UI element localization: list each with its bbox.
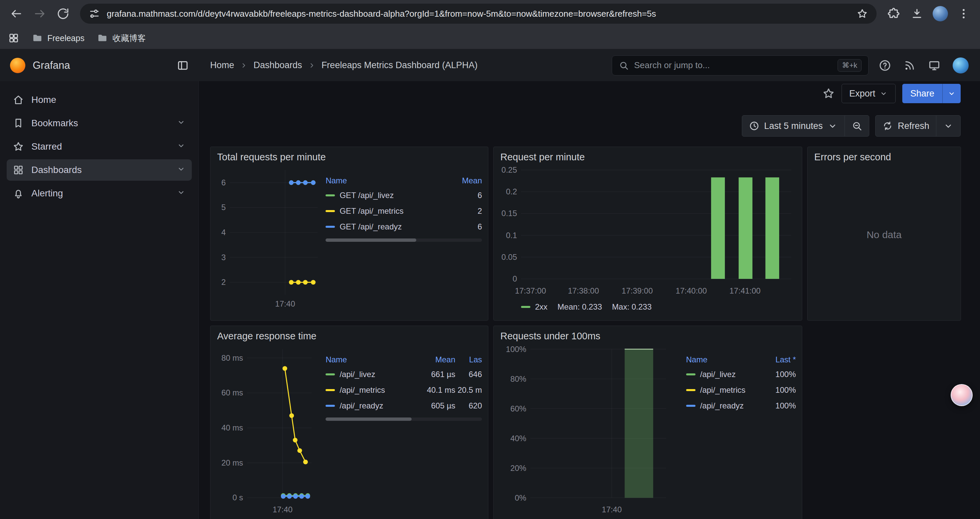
refresh-group: Refresh: [875, 115, 961, 137]
svg-text:17:40: 17:40: [602, 505, 622, 514]
search-input[interactable]: Search or jump to... ⌘+k: [612, 56, 869, 75]
header-icons: [869, 57, 980, 73]
panel-request-per-minute: Request per minute 00.050.10.150.20.2517…: [493, 147, 802, 321]
user-avatar[interactable]: [953, 57, 969, 73]
time-range-picker[interactable]: Last 5 minutes: [742, 115, 845, 136]
time-range-label: Last 5 minutes: [764, 121, 823, 131]
legend-mean: Mean: 0.233: [557, 302, 602, 311]
search-icon: [619, 61, 629, 70]
zoom-out-button[interactable]: [845, 115, 869, 136]
tv-mode-icon[interactable]: [928, 59, 941, 72]
series-color-dash: [326, 226, 335, 228]
brand-name: Grafana: [33, 59, 70, 72]
panel-title[interactable]: Total requests per minute: [210, 147, 488, 164]
share-menu-chevron-icon[interactable]: [942, 84, 961, 103]
breadcrumb-dashboards[interactable]: Dashboards: [253, 60, 302, 70]
legend-header-mean[interactable]: Mean: [405, 355, 455, 364]
svg-text:0.2: 0.2: [506, 187, 517, 196]
panel-title[interactable]: Requests under 100ms: [494, 326, 802, 344]
panel-title[interactable]: Average response time: [210, 326, 488, 344]
downloads-icon[interactable]: [907, 3, 927, 24]
svg-text:20 ms: 20 ms: [221, 458, 243, 467]
legend-row[interactable]: /api/_readyz 100%: [686, 398, 796, 414]
grafana-logo-icon[interactable]: [10, 58, 25, 73]
legend-scrollbar[interactable]: [326, 238, 482, 242]
profile-avatar[interactable]: [930, 3, 951, 24]
series-color-dash: [326, 210, 335, 212]
favorite-star-icon[interactable]: [822, 87, 835, 100]
legend-scrollbar[interactable]: [326, 417, 482, 421]
series-color-dash: [326, 374, 335, 375]
sidebar-item-label: Dashboards: [31, 164, 82, 175]
floating-assistant-avatar[interactable]: [951, 384, 973, 406]
chevron-down-icon[interactable]: [177, 188, 186, 200]
sidebar-toggle-icon[interactable]: [177, 59, 189, 72]
bookmark-icon: [13, 118, 24, 129]
legend-item-2xx[interactable]: 2xx: [521, 302, 547, 311]
refresh-label: Refresh: [897, 121, 929, 131]
bookmark-folder-blogs[interactable]: 收藏博客: [97, 33, 146, 44]
bookmark-star-icon[interactable]: [857, 8, 868, 19]
svg-text:100%: 100%: [506, 345, 527, 354]
legend-max: Max: 0.233: [612, 302, 652, 311]
panel-title[interactable]: Errors per second: [808, 147, 961, 164]
chevron-down-icon[interactable]: [177, 118, 186, 129]
total-requests-chart[interactable]: 2345617:40: [216, 164, 326, 311]
reload-button[interactable]: [53, 3, 73, 24]
legend-header-name[interactable]: Name: [326, 176, 445, 185]
svg-text:20%: 20%: [510, 463, 527, 473]
browser-menu-icon[interactable]: [953, 3, 974, 24]
chevron-down-icon[interactable]: [177, 141, 186, 153]
export-button[interactable]: Export: [842, 84, 896, 103]
legend-row[interactable]: GET /api/_metrics 2: [326, 203, 482, 219]
chevron-down-icon[interactable]: [177, 164, 186, 176]
svg-text:17:37:00: 17:37:00: [515, 286, 546, 295]
url-bar[interactable]: grafana.mathmast.com/d/deytv4rwavabkb/fr…: [80, 4, 877, 24]
url-text: grafana.mathmast.com/d/deytv4rwavabkb/fr…: [107, 9, 850, 19]
legend-row[interactable]: GET /api/_readyz 6: [326, 219, 482, 235]
legend-header-mean[interactable]: Mean: [445, 176, 482, 185]
sidebar-item-dashboards[interactable]: Dashboards: [7, 159, 192, 181]
series-color-dash: [521, 306, 530, 308]
legend-header-name[interactable]: Name: [686, 355, 759, 364]
legend-row[interactable]: /api/_metrics 40.1 ms 20.5 m: [326, 382, 482, 398]
refresh-button[interactable]: Refresh: [876, 115, 936, 136]
legend-row[interactable]: /api/_readyz 605 µs 620: [326, 398, 482, 414]
request-per-minute-chart[interactable]: 00.050.10.150.20.2517:37:0017:38:0017:39…: [500, 164, 797, 298]
sidebar-item-home[interactable]: Home: [7, 89, 192, 110]
legend-header-name[interactable]: Name: [326, 355, 405, 364]
average-response-time-chart[interactable]: 0 s20 ms40 ms60 ms80 ms17:40: [216, 344, 326, 517]
sidebar-item-label: Bookmarks: [31, 118, 78, 129]
profile-avatar-image: [932, 6, 948, 21]
sidebar-item-alerting[interactable]: Alerting: [7, 183, 192, 204]
panel-title[interactable]: Request per minute: [494, 147, 802, 164]
legend-header-last[interactable]: Last *: [759, 355, 796, 364]
news-rss-icon[interactable]: [903, 59, 916, 72]
refresh-interval-chevron-icon[interactable]: [936, 115, 960, 136]
extensions-icon[interactable]: [883, 3, 904, 24]
search-placeholder: Search or jump to...: [634, 60, 710, 70]
legend-row[interactable]: /api/_livez 100%: [686, 366, 796, 382]
legend-row[interactable]: /api/_metrics 100%: [686, 382, 796, 398]
requests-under-100ms-chart[interactable]: 0%20%40%60%80%100%17:40: [500, 344, 686, 517]
series-color-dash: [326, 389, 335, 391]
help-icon[interactable]: [878, 59, 891, 72]
sidebar-item-bookmarks[interactable]: Bookmarks: [7, 113, 192, 134]
dashboard-canvas: Export Share Last 5 minutes Refresh: [199, 81, 980, 519]
site-settings-icon[interactable]: [89, 8, 100, 19]
legend-header-last[interactable]: Las: [455, 355, 482, 364]
forward-button[interactable]: [29, 3, 50, 24]
svg-text:4: 4: [221, 228, 226, 237]
share-label[interactable]: Share: [902, 84, 942, 103]
share-button[interactable]: Share: [902, 84, 961, 103]
back-button[interactable]: [6, 3, 27, 24]
bookmark-folder-freeleaps[interactable]: Freeleaps: [32, 33, 84, 43]
panel-errors-per-second: Errors per second No data: [807, 147, 961, 321]
legend-row[interactable]: GET /api/_livez 6: [326, 187, 482, 203]
sidebar-item-starred[interactable]: Starred: [7, 136, 192, 157]
breadcrumb-home[interactable]: Home: [210, 60, 234, 70]
svg-text:80%: 80%: [510, 374, 527, 383]
legend-row[interactable]: /api/_livez 661 µs 646: [326, 366, 482, 382]
apps-grid-icon[interactable]: [8, 32, 19, 44]
svg-text:60%: 60%: [510, 404, 527, 413]
